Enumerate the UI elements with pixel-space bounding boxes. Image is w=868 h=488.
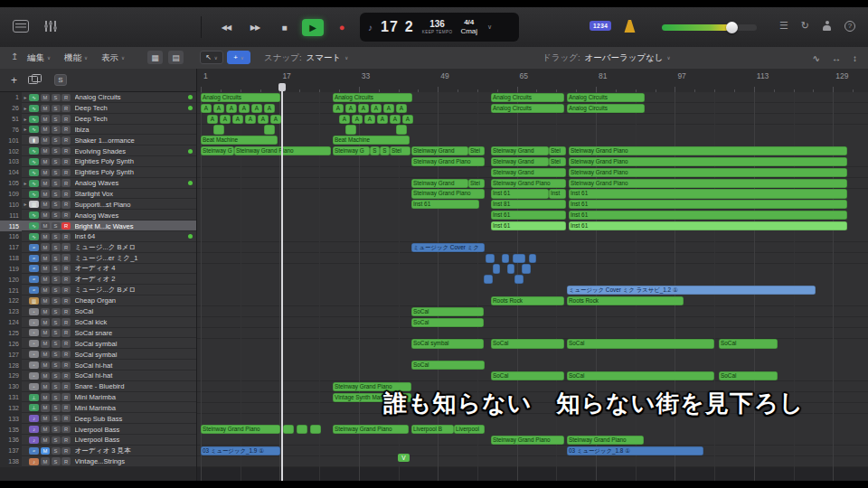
mute-button[interactable]: M — [41, 447, 50, 455]
region[interactable]: A — [232, 115, 243, 124]
record-arm-button[interactable]: R — [61, 211, 71, 220]
region[interactable]: Liverpool B — [411, 425, 454, 434]
mute-button[interactable]: M — [41, 222, 50, 230]
region[interactable]: Stei — [390, 146, 410, 155]
record-arm-button[interactable]: R — [61, 115, 71, 123]
region[interactable]: S — [370, 146, 380, 155]
track-row[interactable]: 125◦MSRSoCal snare — [0, 328, 196, 339]
region[interactable]: Analog Circuits — [333, 93, 412, 102]
region[interactable]: SoCal — [491, 371, 564, 380]
drag-select[interactable]: オーバーラップなし∨ — [585, 52, 671, 64]
smart-controls-icon[interactable] — [43, 21, 58, 32]
track-row[interactable]: 130◦MSRSnare - Bluebird — [0, 381, 196, 392]
mute-button[interactable]: M — [41, 276, 50, 284]
region[interactable]: Analog Circuits — [567, 93, 645, 102]
solo-button[interactable]: S — [52, 382, 61, 390]
solo-button[interactable]: S — [52, 297, 61, 305]
region[interactable]: Steinway Grand Piano — [569, 168, 847, 177]
solo-button[interactable]: S — [52, 243, 61, 251]
region[interactable]: Inst — [549, 189, 566, 198]
solo-button[interactable]: S — [52, 372, 61, 380]
mute-button[interactable]: M — [41, 158, 50, 166]
region[interactable] — [297, 425, 307, 434]
region[interactable]: A — [352, 115, 363, 124]
lcd-display[interactable]: ♪ 172 136 KEEP TEMPO 4/4 Cmaj ∨ — [360, 13, 519, 42]
region[interactable]: Steinway Grand — [491, 146, 549, 155]
record-arm-button[interactable]: R — [61, 233, 71, 241]
grid-view-icon[interactable]: ▦ — [147, 51, 163, 64]
track-row[interactable]: 121≈MSRミュージ...ク Bメロ — [0, 285, 196, 296]
mute-button[interactable]: M — [41, 382, 50, 390]
record-arm-button[interactable]: R — [61, 126, 71, 134]
record-arm-button[interactable]: R — [61, 308, 71, 316]
region[interactable]: SoCal — [567, 339, 714, 348]
mute-button[interactable]: M — [41, 147, 50, 155]
view-menu[interactable]: 表示∨ — [101, 52, 125, 64]
mute-button[interactable]: M — [41, 436, 50, 445]
region[interactable]: Inst 61 — [491, 211, 566, 220]
region[interactable]: Steinway G — [201, 146, 234, 155]
track-row[interactable]: 111∿MSRAnalog Waves — [0, 210, 196, 221]
region[interactable]: A — [333, 104, 344, 113]
mute-button[interactable]: M — [41, 169, 50, 177]
region[interactable]: A — [396, 104, 407, 113]
mute-button[interactable]: M — [41, 105, 50, 113]
mute-button[interactable]: M — [41, 426, 50, 434]
region[interactable]: Inst 61 — [411, 200, 479, 209]
region[interactable]: SoCal — [411, 361, 485, 370]
region[interactable]: Stei — [468, 146, 485, 155]
track-row[interactable]: 129◦MSRSoCal hi-hat — [0, 371, 196, 381]
region[interactable]: A — [258, 115, 269, 124]
stop-button[interactable]: ■ — [273, 19, 295, 36]
vertical-zoom-icon[interactable]: ↕ — [853, 53, 857, 63]
region[interactable]: A — [213, 104, 224, 113]
disclosure-icon[interactable]: ▸ — [22, 127, 29, 132]
playhead-handle[interactable] — [278, 83, 286, 91]
track-row[interactable]: 103∿MSREighties Poly Synth — [0, 156, 196, 167]
horizontal-zoom-icon[interactable]: ↔ — [832, 53, 841, 63]
forward-button[interactable]: ▶▶ — [244, 19, 266, 36]
track-row[interactable]: 109∿MSRStarlight Vox — [0, 189, 196, 200]
track-row[interactable]: 51▸∿MSRDeep Tech — [0, 114, 196, 125]
region[interactable]: Steinway Grand — [491, 168, 566, 177]
solo-button[interactable]: S — [52, 318, 61, 326]
mute-button[interactable]: M — [41, 297, 50, 305]
record-arm-button[interactable]: R — [61, 201, 71, 209]
solo-button[interactable]: S — [52, 415, 61, 423]
solo-button[interactable]: S — [52, 94, 61, 102]
track-row[interactable]: 26▸∿MSRDeep Tech — [0, 103, 196, 114]
solo-button[interactable]: S — [52, 393, 61, 401]
solo-button[interactable]: S — [52, 136, 61, 145]
arrange-area[interactable]: V Analog CircuitsAnalog CircuitsAnalog C… — [197, 92, 868, 481]
track-row[interactable]: 136♪MSRLiverpool Bass — [0, 435, 196, 446]
mute-button[interactable]: M — [41, 329, 50, 337]
mute-button[interactable]: M — [41, 457, 50, 465]
record-arm-button[interactable]: R — [61, 265, 71, 273]
record-arm-button[interactable]: R — [61, 318, 71, 326]
playhead[interactable] — [281, 85, 283, 481]
record-arm-button[interactable]: R — [61, 190, 71, 198]
list-icon[interactable]: ☰ — [779, 20, 788, 32]
duplicate-track-icon[interactable] — [28, 76, 38, 84]
track-row[interactable]: 123◦MSRSoCal — [0, 306, 196, 317]
region[interactable] — [396, 125, 407, 134]
region[interactable]: A — [201, 104, 212, 113]
record-arm-button[interactable]: R — [61, 382, 71, 390]
mute-button[interactable]: M — [41, 265, 50, 273]
region[interactable] — [514, 275, 524, 284]
region[interactable]: A — [270, 115, 281, 124]
region[interactable] — [522, 264, 531, 273]
chevron-down-icon[interactable]: ∨ — [487, 23, 492, 31]
record-button[interactable]: ● — [331, 19, 353, 36]
region[interactable]: A — [251, 104, 262, 113]
record-arm-button[interactable]: R — [61, 297, 71, 305]
region[interactable]: Inst 61 — [491, 189, 549, 198]
global-solo-button[interactable]: S — [54, 74, 67, 86]
mute-button[interactable]: M — [41, 308, 50, 316]
catch-playhead-icon[interactable]: ↥ — [11, 52, 18, 61]
region[interactable] — [493, 264, 500, 273]
region[interactable]: SoCal — [411, 318, 484, 327]
record-arm-button[interactable]: R — [61, 243, 71, 251]
region[interactable] — [507, 264, 514, 273]
region[interactable]: Inst 61 — [569, 211, 847, 220]
